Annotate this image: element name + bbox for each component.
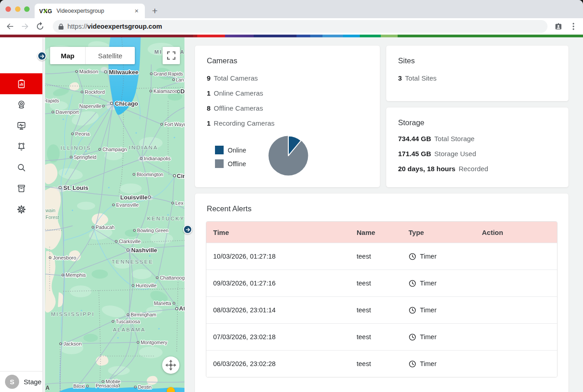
stat-total-storage: 734.44 GBTotal Storage: [398, 131, 568, 146]
map-city-label-davenport: Davenport: [56, 109, 79, 115]
column-header-type[interactable]: Type: [402, 229, 475, 236]
map-city-dot: [132, 285, 134, 286]
stat-recording-cameras: 1Recording Cameras: [207, 116, 380, 131]
alert-time: 08/03/2026, 23:01:14: [206, 306, 350, 314]
stat-label: Recording Cameras: [214, 119, 274, 127]
pegman-control[interactable]: [167, 387, 175, 392]
close-window-button[interactable]: [5, 6, 11, 12]
camera-icon: [16, 100, 26, 110]
cameras-pie-chart: [268, 135, 309, 178]
alert-row[interactable]: 08/03/2026, 23:01:14teestTimer: [206, 296, 557, 323]
sidebar-item-search[interactable]: [0, 157, 42, 178]
clock-icon: [409, 280, 416, 287]
tab-close-icon[interactable]: ×: [133, 7, 140, 15]
address-bar[interactable]: https://videoexpertsgroup.com: [53, 20, 547, 33]
stat-value: 1: [207, 119, 210, 127]
map-forest-label: Forest: [46, 214, 59, 220]
alerts-table: Time Name Type Action 10/03/2026, 01:27:…: [206, 221, 557, 377]
alert-name: teest: [350, 306, 402, 314]
sidebar-item-storage[interactable]: [0, 178, 42, 199]
map-city-dot: [150, 90, 152, 92]
cameras-card-title: Cameras: [195, 46, 380, 65]
sidebar-item-cameras[interactable]: [0, 94, 42, 115]
map-state-label-tennessee: TENNESSEE: [112, 259, 153, 265]
map-type-control: Map Satellite: [50, 47, 135, 64]
fullscreen-button[interactable]: [163, 47, 180, 64]
sidebar-item-monitors[interactable]: [0, 115, 42, 136]
vxg-favicon: V G: [39, 8, 53, 14]
minimize-window-button[interactable]: [15, 6, 20, 12]
new-tab-button[interactable]: +: [149, 5, 160, 16]
sidebar-item-settings[interactable]: [0, 199, 42, 220]
alert-type-label: Timer: [420, 253, 437, 260]
browser-tab[interactable]: V G Videoexpertsgroup ×: [35, 4, 145, 18]
map-city-dot: [156, 277, 158, 279]
browser-tabstrip: V G Videoexpertsgroup × +: [0, 0, 583, 18]
gear-icon: [16, 204, 26, 214]
map-city-label-kalamazoo: Kalamazoo: [153, 88, 178, 94]
map-city-dot: [115, 240, 117, 242]
map-city-label-clarksville: Clarksville: [119, 239, 141, 244]
map-city-dot: [110, 102, 113, 104]
legend-swatch-online: [215, 146, 224, 154]
legend-label: Offline: [228, 160, 246, 168]
column-header-action[interactable]: Action: [475, 229, 557, 236]
alert-name: teest: [350, 253, 402, 260]
map-city-dot: [49, 257, 51, 259]
arrow-right-icon: [40, 54, 45, 59]
satellite-button[interactable]: Satellite: [86, 47, 135, 64]
stat-total-cameras: 9Total Cameras: [207, 71, 380, 86]
maximize-window-button[interactable]: [24, 6, 30, 12]
sidebar-item-notifications[interactable]: [0, 136, 42, 157]
map-city-dot: [173, 174, 175, 177]
map-city-label-destin: Destin: [138, 384, 152, 390]
column-header-time[interactable]: Time: [206, 229, 350, 236]
clock-icon: [409, 333, 416, 341]
user-avatar: S: [5, 375, 19, 389]
alert-type: Timer: [402, 360, 475, 368]
legend-swatch-offline: [215, 159, 224, 168]
map-city-label-atlanta: Atlanta: [179, 305, 184, 312]
back-icon[interactable]: [5, 21, 15, 32]
reload-icon[interactable]: [35, 21, 46, 32]
map-city-dot: [127, 249, 129, 251]
map-city-dot: [112, 321, 114, 322]
map-city-label-naperville: Naperville: [79, 103, 102, 109]
alert-row[interactable]: 10/03/2026, 01:27:18teestTimer: [206, 243, 557, 270]
pan-control[interactable]: [162, 356, 179, 374]
sidebar-user[interactable]: S Stage: [0, 371, 42, 392]
stat-label: Recorded: [459, 165, 488, 173]
map-city-dot: [134, 386, 136, 388]
dashboard-page: S Stage: [0, 37, 583, 392]
map-city-dot: [172, 202, 174, 204]
map-city-dot: [148, 196, 150, 198]
map-city-dot: [173, 79, 174, 81]
alert-row[interactable]: 06/03/2026, 23:02:28teestTimer: [206, 350, 557, 377]
alert-type: Timer: [402, 280, 475, 287]
stat-value: 171.45 GB: [398, 150, 431, 158]
browser-window: V G Videoexpertsgroup × + https://videoe…: [0, 0, 583, 392]
tab-title: Videoexpertsgroup: [56, 8, 133, 14]
map-city-label-detroit: Detroit: [180, 88, 184, 95]
user-name: Stage: [24, 378, 41, 386]
arrow-right-icon: [185, 227, 190, 232]
map-city-label-pensacola: Pensacola: [96, 383, 118, 388]
map-button[interactable]: Map: [50, 47, 86, 64]
map-expand-button[interactable]: [183, 225, 192, 234]
menu-kebab-icon[interactable]: [568, 21, 579, 32]
map-city-label-chicago: Chicago: [115, 100, 138, 107]
stat-storage-used: 171.45 GBStorage Used: [398, 146, 568, 161]
sidebar-expand-button[interactable]: [37, 51, 46, 61]
map-state-label-mississippi: MISSISSIPPI: [51, 311, 95, 317]
forward-icon[interactable]: [20, 21, 31, 32]
map-panel[interactable]: MadisonMilwaukeeGrand RapidsLanRockfordK…: [45, 37, 184, 392]
url-text: https://videoexpertsgroup.com: [67, 23, 162, 30]
alert-row[interactable]: 07/03/2026, 23:02:18teestTimer: [206, 323, 557, 350]
map-canvas: MadisonMilwaukeeGrand RapidsLanRockfordK…: [45, 37, 184, 392]
profile-icon[interactable]: [553, 21, 564, 32]
column-header-name[interactable]: Name: [350, 229, 402, 236]
map-city-dot: [52, 111, 54, 113]
alerts-table-header: Time Name Type Action: [206, 222, 557, 243]
sidebar-item-dashboard[interactable]: [0, 73, 42, 94]
alert-row[interactable]: 09/03/2026, 01:27:16teestTimer: [206, 270, 557, 296]
